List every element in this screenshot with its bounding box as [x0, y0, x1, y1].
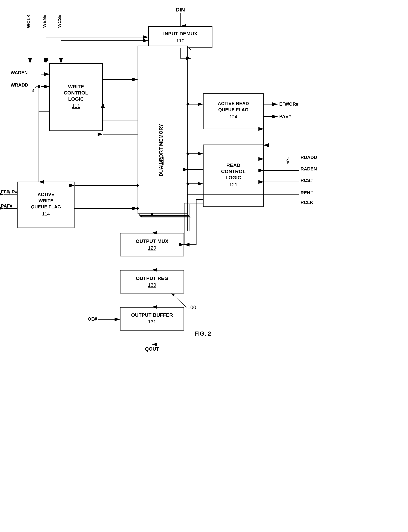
- dual-port-num: 101: [158, 157, 164, 165]
- arq-label2: QUEUE FLAG: [218, 107, 248, 112]
- output-mux-label: OUTPUT MUX: [136, 238, 168, 244]
- input-demux-num: 110: [176, 38, 185, 43]
- arq-label1: ACTIVE READ: [218, 101, 249, 106]
- awq-label2: WRITE: [39, 198, 53, 203]
- junction1: [187, 103, 189, 106]
- qout-label: QOUT: [145, 346, 159, 352]
- output-mux-num: 120: [148, 245, 156, 251]
- ff-ir-label: FF#/IR#: [1, 189, 17, 195]
- diagram-container: DIN INPUT DEMUX 110 WCLK WEN# WCS# WADEN: [0, 0, 408, 532]
- wclk-label: WCLK: [26, 14, 31, 28]
- arq-num: 124: [230, 114, 237, 119]
- output-buffer-box: [120, 307, 184, 330]
- junction5: [136, 207, 139, 210]
- output-buffer-label: OUTPUT BUFFER: [131, 312, 173, 318]
- waden-label: WADEN: [11, 70, 28, 75]
- wradd-label: WRADD: [11, 82, 28, 88]
- junction4: [136, 184, 139, 187]
- rdadd-8: 8: [287, 160, 289, 165]
- input-demux-box: [148, 26, 212, 48]
- write-control-label2: CONTROL: [64, 90, 88, 96]
- rc-label1: READ: [226, 163, 240, 168]
- ref-100: 100: [187, 304, 196, 310]
- output-reg-box: [120, 270, 184, 293]
- rc-label3: LOGIC: [226, 175, 241, 180]
- output-buffer-num: 131: [148, 319, 156, 324]
- din-label: DIN: [176, 7, 185, 13]
- write-control-num: 111: [72, 103, 80, 109]
- awq-label3: QUEUE FLAG: [31, 204, 61, 210]
- rdadd-label: RDADD: [300, 155, 317, 160]
- ren-label: REN#: [300, 190, 313, 195]
- output-reg-label: OUTPUT REG: [136, 276, 168, 281]
- input-demux-label: INPUT DEMUX: [163, 31, 197, 36]
- dual-port-label1: DUAL-PORT MEMORY: [158, 124, 164, 176]
- oe-label: OE#: [88, 316, 97, 322]
- diagram-svg: DIN INPUT DEMUX 110 WCLK WEN# WCS# WADEN: [0, 0, 408, 532]
- ef-or-label: EF#/OR#: [279, 101, 298, 107]
- fig-label: FIG. 2: [195, 330, 211, 337]
- svg-line-56: [171, 293, 187, 307]
- awq-num: 114: [42, 211, 50, 217]
- wen-label: WEN#: [42, 15, 47, 28]
- junction6: [151, 213, 153, 215]
- write-control-label3: LOGIC: [68, 96, 84, 102]
- junction3: [187, 182, 189, 185]
- wcs-label: WCS#: [57, 15, 62, 28]
- pae-label: PAE#: [279, 114, 291, 119]
- output-mux-box: [120, 233, 184, 256]
- raden-label: RADEN: [300, 166, 317, 172]
- rclk-label: RCLK: [300, 200, 313, 205]
- write-control-label1: WRITE: [68, 84, 84, 89]
- rc-num: 121: [229, 182, 238, 188]
- rc-label2: CONTROL: [221, 169, 246, 174]
- rcs-label: RCS#: [300, 178, 313, 183]
- junction2: [187, 152, 189, 155]
- awq-label1: ACTIVE: [37, 192, 54, 197]
- wradd-8: 8: [32, 88, 34, 93]
- svg-line-16: [34, 85, 37, 89]
- paf-label: PAF#: [1, 203, 12, 209]
- output-reg-num: 130: [148, 282, 156, 288]
